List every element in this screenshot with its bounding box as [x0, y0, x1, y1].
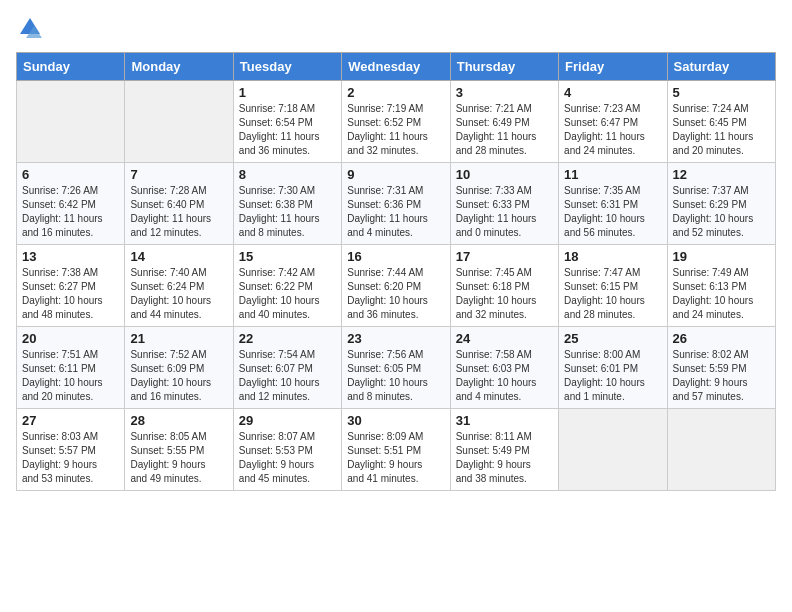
calendar-cell: 3Sunrise: 7:21 AM Sunset: 6:49 PM Daylig…	[450, 81, 558, 163]
calendar-cell: 30Sunrise: 8:09 AM Sunset: 5:51 PM Dayli…	[342, 409, 450, 491]
cell-content: Sunrise: 7:33 AM Sunset: 6:33 PM Dayligh…	[456, 184, 553, 240]
calendar-header: SundayMondayTuesdayWednesdayThursdayFrid…	[17, 53, 776, 81]
cell-content: Sunrise: 7:56 AM Sunset: 6:05 PM Dayligh…	[347, 348, 444, 404]
calendar-cell: 5Sunrise: 7:24 AM Sunset: 6:45 PM Daylig…	[667, 81, 775, 163]
day-header-tuesday: Tuesday	[233, 53, 341, 81]
calendar-cell: 17Sunrise: 7:45 AM Sunset: 6:18 PM Dayli…	[450, 245, 558, 327]
cell-content: Sunrise: 7:38 AM Sunset: 6:27 PM Dayligh…	[22, 266, 119, 322]
cell-content: Sunrise: 7:24 AM Sunset: 6:45 PM Dayligh…	[673, 102, 770, 158]
day-header-monday: Monday	[125, 53, 233, 81]
calendar-cell: 19Sunrise: 7:49 AM Sunset: 6:13 PM Dayli…	[667, 245, 775, 327]
cell-content: Sunrise: 7:23 AM Sunset: 6:47 PM Dayligh…	[564, 102, 661, 158]
cell-content: Sunrise: 7:26 AM Sunset: 6:42 PM Dayligh…	[22, 184, 119, 240]
day-number: 8	[239, 167, 336, 182]
day-number: 17	[456, 249, 553, 264]
cell-content: Sunrise: 7:42 AM Sunset: 6:22 PM Dayligh…	[239, 266, 336, 322]
calendar-cell: 1Sunrise: 7:18 AM Sunset: 6:54 PM Daylig…	[233, 81, 341, 163]
day-number: 15	[239, 249, 336, 264]
cell-content: Sunrise: 8:00 AM Sunset: 6:01 PM Dayligh…	[564, 348, 661, 404]
cell-content: Sunrise: 7:19 AM Sunset: 6:52 PM Dayligh…	[347, 102, 444, 158]
day-number: 30	[347, 413, 444, 428]
cell-content: Sunrise: 7:30 AM Sunset: 6:38 PM Dayligh…	[239, 184, 336, 240]
calendar-cell	[667, 409, 775, 491]
page-header	[16, 16, 776, 40]
calendar-week-4: 20Sunrise: 7:51 AM Sunset: 6:11 PM Dayli…	[17, 327, 776, 409]
calendar-cell: 2Sunrise: 7:19 AM Sunset: 6:52 PM Daylig…	[342, 81, 450, 163]
day-number: 18	[564, 249, 661, 264]
calendar-cell: 13Sunrise: 7:38 AM Sunset: 6:27 PM Dayli…	[17, 245, 125, 327]
calendar-cell: 23Sunrise: 7:56 AM Sunset: 6:05 PM Dayli…	[342, 327, 450, 409]
calendar-cell: 7Sunrise: 7:28 AM Sunset: 6:40 PM Daylig…	[125, 163, 233, 245]
day-number: 2	[347, 85, 444, 100]
cell-content: Sunrise: 7:44 AM Sunset: 6:20 PM Dayligh…	[347, 266, 444, 322]
cell-content: Sunrise: 7:52 AM Sunset: 6:09 PM Dayligh…	[130, 348, 227, 404]
calendar-cell: 24Sunrise: 7:58 AM Sunset: 6:03 PM Dayli…	[450, 327, 558, 409]
day-number: 25	[564, 331, 661, 346]
day-header-saturday: Saturday	[667, 53, 775, 81]
cell-content: Sunrise: 7:51 AM Sunset: 6:11 PM Dayligh…	[22, 348, 119, 404]
calendar-cell: 21Sunrise: 7:52 AM Sunset: 6:09 PM Dayli…	[125, 327, 233, 409]
day-number: 1	[239, 85, 336, 100]
calendar-cell: 14Sunrise: 7:40 AM Sunset: 6:24 PM Dayli…	[125, 245, 233, 327]
day-number: 5	[673, 85, 770, 100]
day-number: 14	[130, 249, 227, 264]
calendar-cell: 25Sunrise: 8:00 AM Sunset: 6:01 PM Dayli…	[559, 327, 667, 409]
cell-content: Sunrise: 8:03 AM Sunset: 5:57 PM Dayligh…	[22, 430, 119, 486]
day-number: 16	[347, 249, 444, 264]
day-number: 26	[673, 331, 770, 346]
day-number: 27	[22, 413, 119, 428]
day-number: 10	[456, 167, 553, 182]
cell-content: Sunrise: 7:58 AM Sunset: 6:03 PM Dayligh…	[456, 348, 553, 404]
calendar-cell: 4Sunrise: 7:23 AM Sunset: 6:47 PM Daylig…	[559, 81, 667, 163]
calendar-cell: 6Sunrise: 7:26 AM Sunset: 6:42 PM Daylig…	[17, 163, 125, 245]
cell-content: Sunrise: 7:18 AM Sunset: 6:54 PM Dayligh…	[239, 102, 336, 158]
cell-content: Sunrise: 7:37 AM Sunset: 6:29 PM Dayligh…	[673, 184, 770, 240]
calendar-cell: 11Sunrise: 7:35 AM Sunset: 6:31 PM Dayli…	[559, 163, 667, 245]
logo	[16, 16, 42, 40]
day-number: 12	[673, 167, 770, 182]
cell-content: Sunrise: 8:07 AM Sunset: 5:53 PM Dayligh…	[239, 430, 336, 486]
day-header-thursday: Thursday	[450, 53, 558, 81]
day-number: 3	[456, 85, 553, 100]
day-header-wednesday: Wednesday	[342, 53, 450, 81]
calendar-week-3: 13Sunrise: 7:38 AM Sunset: 6:27 PM Dayli…	[17, 245, 776, 327]
calendar-cell: 10Sunrise: 7:33 AM Sunset: 6:33 PM Dayli…	[450, 163, 558, 245]
calendar-cell	[17, 81, 125, 163]
calendar-table: SundayMondayTuesdayWednesdayThursdayFrid…	[16, 52, 776, 491]
cell-content: Sunrise: 8:05 AM Sunset: 5:55 PM Dayligh…	[130, 430, 227, 486]
day-number: 23	[347, 331, 444, 346]
day-header-friday: Friday	[559, 53, 667, 81]
day-number: 9	[347, 167, 444, 182]
calendar-cell: 29Sunrise: 8:07 AM Sunset: 5:53 PM Dayli…	[233, 409, 341, 491]
calendar-week-5: 27Sunrise: 8:03 AM Sunset: 5:57 PM Dayli…	[17, 409, 776, 491]
cell-content: Sunrise: 7:35 AM Sunset: 6:31 PM Dayligh…	[564, 184, 661, 240]
day-number: 4	[564, 85, 661, 100]
logo-icon	[18, 16, 42, 40]
cell-content: Sunrise: 7:21 AM Sunset: 6:49 PM Dayligh…	[456, 102, 553, 158]
day-header-sunday: Sunday	[17, 53, 125, 81]
calendar-cell: 9Sunrise: 7:31 AM Sunset: 6:36 PM Daylig…	[342, 163, 450, 245]
cell-content: Sunrise: 7:31 AM Sunset: 6:36 PM Dayligh…	[347, 184, 444, 240]
calendar-cell: 15Sunrise: 7:42 AM Sunset: 6:22 PM Dayli…	[233, 245, 341, 327]
cell-content: Sunrise: 7:45 AM Sunset: 6:18 PM Dayligh…	[456, 266, 553, 322]
day-number: 19	[673, 249, 770, 264]
day-number: 29	[239, 413, 336, 428]
cell-content: Sunrise: 7:47 AM Sunset: 6:15 PM Dayligh…	[564, 266, 661, 322]
calendar-cell	[125, 81, 233, 163]
day-number: 24	[456, 331, 553, 346]
calendar-cell: 27Sunrise: 8:03 AM Sunset: 5:57 PM Dayli…	[17, 409, 125, 491]
calendar-cell: 26Sunrise: 8:02 AM Sunset: 5:59 PM Dayli…	[667, 327, 775, 409]
day-number: 11	[564, 167, 661, 182]
cell-content: Sunrise: 8:09 AM Sunset: 5:51 PM Dayligh…	[347, 430, 444, 486]
day-number: 20	[22, 331, 119, 346]
calendar-week-1: 1Sunrise: 7:18 AM Sunset: 6:54 PM Daylig…	[17, 81, 776, 163]
cell-content: Sunrise: 8:11 AM Sunset: 5:49 PM Dayligh…	[456, 430, 553, 486]
day-number: 22	[239, 331, 336, 346]
calendar-cell: 12Sunrise: 7:37 AM Sunset: 6:29 PM Dayli…	[667, 163, 775, 245]
cell-content: Sunrise: 8:02 AM Sunset: 5:59 PM Dayligh…	[673, 348, 770, 404]
cell-content: Sunrise: 7:54 AM Sunset: 6:07 PM Dayligh…	[239, 348, 336, 404]
calendar-cell	[559, 409, 667, 491]
day-number: 6	[22, 167, 119, 182]
calendar-cell: 22Sunrise: 7:54 AM Sunset: 6:07 PM Dayli…	[233, 327, 341, 409]
day-number: 28	[130, 413, 227, 428]
